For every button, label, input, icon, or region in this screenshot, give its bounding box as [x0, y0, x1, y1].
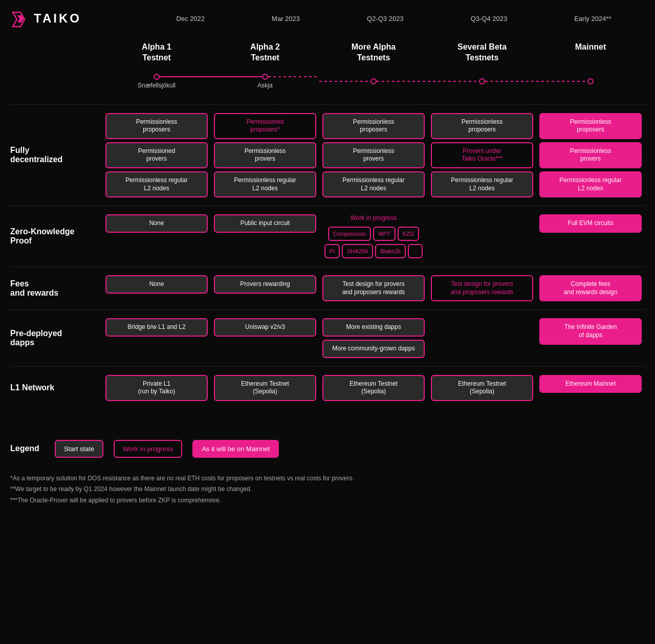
- feature-badge: MPT: [373, 227, 395, 241]
- timeline-header: Alpha 1 TestnetAlpha 2 TestnetMore Alpha…: [10, 37, 645, 69]
- feature-badge: Permissionless provers: [322, 142, 425, 168]
- section-label: Pre-deployed dapps: [10, 329, 102, 347]
- footnote: **We target to be ready by Q1 2024 howev…: [10, 484, 645, 495]
- feature-badge: None: [105, 275, 208, 294]
- section-row: L1 NetworkPrivate L1 (run by Taiko)Ether…: [10, 366, 645, 409]
- feature-badge: Permissioned proposers*: [214, 113, 316, 139]
- feature-badge: Permissionless regular L2 nodes: [105, 171, 208, 197]
- section-cell: Ethereum Testnet (Sepolia): [211, 375, 319, 401]
- section-cell: Ethereum Mainnet: [536, 375, 645, 393]
- section-cell: None: [102, 275, 211, 294]
- phase-label: More Alpha Testnets: [319, 37, 428, 69]
- section-cell: None: [102, 214, 211, 233]
- phase-label: Alpha 2 Testnet: [211, 37, 319, 69]
- logo: TAIKO: [10, 8, 81, 29]
- section-label: Fees and rewards: [10, 279, 102, 298]
- feature-badge: Test design for provers and proposers re…: [431, 275, 533, 301]
- timeline-bar-cell: [428, 78, 536, 84]
- feature-badge: Provers under Taiko Oracle***: [431, 142, 533, 168]
- section-cell: Permissionless proposersProvers under Ta…: [428, 113, 536, 198]
- section-cell: Permissionless proposersPermissioned pro…: [102, 113, 211, 198]
- section-cell: Test design for provers and proposers re…: [428, 275, 536, 301]
- section-cell: Work in progressCompressionMPTKZGPISHA25…: [319, 214, 428, 258]
- main-container: Alpha 1 TestnetAlpha 2 TestnetMore Alpha…: [0, 37, 655, 527]
- feature-badge: Ethereum Mainnet: [539, 375, 642, 393]
- feature-badge: Permissioned provers: [105, 142, 208, 168]
- feature-badge: Provers rewarding: [214, 275, 316, 294]
- feature-badge: Uniswap v2/v3: [214, 318, 316, 337]
- section-row: Zero-Knowledge ProofNonePublic input cir…: [10, 206, 645, 267]
- timeline-date: Dec 2022: [176, 15, 205, 23]
- timeline-dot: [587, 78, 594, 84]
- feature-badge: ...: [408, 244, 423, 258]
- timeline-dot: [370, 78, 377, 84]
- feature-badge: Ethereum Testnet (Sepolia): [431, 375, 533, 401]
- section-cell: Uniswap v2/v3: [211, 318, 319, 337]
- timeline-bar: SnæfellsjökullAskja: [10, 74, 645, 89]
- section-cell: Public input circuit: [211, 214, 319, 233]
- sections-container: Fully decentralizedPermissionless propos…: [10, 104, 645, 409]
- feature-badge: Permissionless regular L2 nodes: [322, 171, 425, 197]
- feature-badge: Blake2b: [375, 244, 406, 258]
- feature-badge: Full EVM circuits: [539, 214, 642, 233]
- timeline-sublabel: Askja: [257, 82, 272, 89]
- phase-label: Several Beta Testnets: [428, 37, 536, 69]
- feature-badge: Public input circuit: [214, 214, 316, 233]
- logo-text: TAIKO: [34, 11, 81, 26]
- section-cell: Bridge b/w L1 and L2: [102, 318, 211, 337]
- wip-label: Work in progress: [351, 214, 397, 221]
- section-cell: Complete fees and rewards design: [536, 275, 645, 301]
- section-row: Pre-deployed dappsBridge b/w L1 and L2Un…: [10, 309, 645, 366]
- section-label: L1 Network: [10, 383, 102, 392]
- section-label: Fully decentralized: [10, 146, 102, 164]
- section-cell: Permissioned proposers*Permissionless pr…: [211, 113, 319, 198]
- timeline-dates: Dec 2022Mar 2023Q2-Q3 2023Q3-Q4 2023Earl…: [143, 15, 645, 23]
- legend-item: As it will be on Mainnet: [192, 440, 279, 458]
- section-cell: Permissionless proposersPermissionless p…: [319, 113, 428, 198]
- feature-badge: Ethereum Testnet (Sepolia): [214, 375, 316, 401]
- legend-item: Start state: [55, 440, 103, 458]
- timeline-bar-cell: Askja: [211, 74, 319, 89]
- timeline-date: Mar 2023: [272, 15, 300, 23]
- section-cell: Provers rewarding: [211, 275, 319, 294]
- feature-badge: Permissionless proposers: [539, 113, 642, 139]
- footnotes: *As a temporary solution for DOS resista…: [10, 473, 645, 506]
- wip-row: PISHA256Blake2b...: [322, 244, 425, 258]
- legend-row: Legend Start stateWork in progressAs it …: [10, 440, 645, 458]
- section-cell: Private L1 (run by Taiko): [102, 375, 211, 401]
- timeline-dot: [154, 74, 160, 80]
- header: TAIKO Dec 2022Mar 2023Q2-Q3 2023Q3-Q4 20…: [0, 0, 655, 37]
- section-row: Fully decentralizedPermissionless propos…: [10, 104, 645, 206]
- feature-badge: KZG: [398, 227, 420, 241]
- feature-badge: Private L1 (run by Taiko): [105, 375, 208, 401]
- feature-badge: Complete fees and rewards design: [539, 275, 642, 301]
- feature-badge: Permissionless provers: [214, 142, 316, 168]
- section-cell: Ethereum Testnet (Sepolia): [428, 375, 536, 401]
- timeline-bar-cell: [319, 78, 428, 84]
- wip-row: CompressionMPTKZG: [322, 227, 425, 241]
- section-label: Zero-Knowledge Proof: [10, 227, 102, 246]
- phase-label: Mainnet: [536, 37, 645, 69]
- phase-label: Alpha 1 Testnet: [102, 37, 211, 69]
- timeline-dot: [262, 74, 268, 80]
- feature-badge: Bridge b/w L1 and L2: [105, 318, 208, 337]
- feature-badge: None: [105, 214, 208, 233]
- taiko-logo-icon: [10, 8, 31, 29]
- timeline-bar-cell: [536, 78, 645, 84]
- feature-badge: Ethereum Testnet (Sepolia): [322, 375, 425, 401]
- feature-badge: PI: [324, 244, 340, 258]
- feature-badge: Permissionless regular L2 nodes: [214, 171, 316, 197]
- feature-badge: The Infinite Garden of dapps: [539, 318, 642, 344]
- timeline-date: Q2-Q3 2023: [367, 15, 404, 23]
- timeline-bar-cell: Snæfellsjökull: [102, 74, 211, 89]
- timeline-date: Q3-Q4 2023: [471, 15, 508, 23]
- feature-badge: More existing dapps: [322, 318, 425, 337]
- feature-badge: Compression: [328, 227, 372, 241]
- timeline-date: Early 2024**: [574, 15, 611, 23]
- legend-item: Work in progress: [114, 440, 182, 458]
- section-cell: Ethereum Testnet (Sepolia): [319, 375, 428, 401]
- section-cell: More existing dappsMore community-grown …: [319, 318, 428, 358]
- feature-badge: Permissionless proposers: [105, 113, 208, 139]
- footnote: ***The Oracle-Prover will be applied to …: [10, 495, 645, 506]
- feature-badge: Permissionless provers: [539, 142, 642, 168]
